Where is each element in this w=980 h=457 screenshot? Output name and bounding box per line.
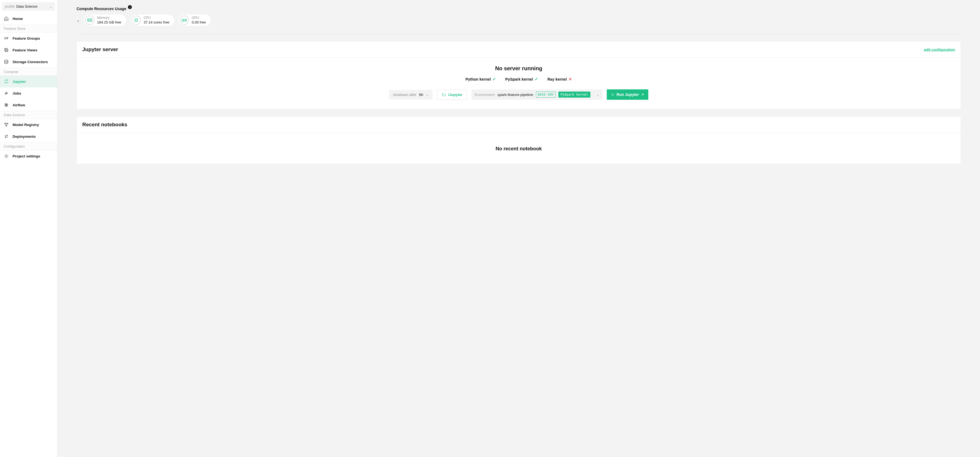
sidebar-item-label: Home [13, 17, 23, 21]
sidebar-section-configuration: Configuration [0, 143, 57, 150]
main-content: Compute Resources Usage i ⌄ Memory 164.2… [57, 0, 980, 457]
resource-label: Memory [97, 16, 121, 20]
sidebar-item-feature-groups[interactable]: Feature Groups [0, 33, 57, 44]
shutdown-after-dropdown[interactable]: shutdown after 6h ⌄ [389, 90, 432, 100]
chevron-down-icon[interactable]: ⌄ [76, 18, 80, 22]
svg-point-11 [183, 20, 184, 21]
resource-memory: Memory 164.25 GB free [84, 14, 126, 26]
svg-rect-1 [5, 48, 7, 51]
recent-title: Recent notebooks [82, 122, 127, 128]
env-badge-base: BASE-ENV [536, 92, 555, 98]
environment-selector[interactable]: Environment spark-feature-pipeline BASE-… [471, 89, 602, 100]
wrench-icon [4, 91, 9, 96]
kernel-pyspark: PySpark kernel ✓ [505, 76, 538, 82]
kernel-label: PySpark kernel [505, 77, 533, 81]
x-icon: ✕ [568, 77, 572, 82]
sidebar-section-data-science: Data Science [0, 111, 57, 119]
env-label: Environment [475, 93, 495, 97]
sidebar-item-airflow[interactable]: Airflow [0, 99, 57, 111]
jupyter-controls: shutdown after 6h ⌄ /Jupyter Environment… [389, 89, 648, 100]
jupyter-status: No server running [495, 65, 542, 71]
chevron-down-icon: ⌄ [426, 93, 429, 97]
gpu-icon [180, 16, 189, 25]
chevron-down-icon: ⌄ [597, 93, 599, 97]
svg-rect-9 [135, 19, 137, 21]
sidebar-item-home[interactable]: Home [0, 13, 57, 25]
sidebar-item-project-settings[interactable]: Project settings [0, 150, 57, 162]
kernel-ray: Ray kernel ✕ [547, 76, 572, 82]
svg-rect-2 [5, 49, 8, 52]
sidebar-item-label: Feature Views [13, 48, 37, 52]
resource-cpu: CPU 37.14 cores free [130, 14, 175, 26]
sidebar-item-label: Deployments [13, 135, 36, 138]
folder-icon [442, 93, 446, 97]
sidebar-section-compute: Compute [0, 68, 57, 76]
sidebar-item-label: Airflow [13, 103, 25, 107]
sidebar-item-label: Jobs [13, 91, 21, 95]
resource-label: GPU [192, 16, 205, 20]
refresh-icon [4, 79, 9, 84]
gear-icon [4, 154, 9, 159]
sidebar-item-jupyter[interactable]: Jupyter [0, 76, 57, 87]
edit-configuration-link[interactable]: edit configuration [924, 48, 955, 52]
check-icon: ✓ [535, 76, 538, 82]
sidebar-item-label: Feature Groups [13, 36, 40, 40]
sidebar-item-storage-connectors[interactable]: Storage Connectors [0, 56, 57, 68]
svg-rect-8 [88, 19, 92, 21]
sidebar-item-label: Jupyter [13, 79, 26, 84]
run-jupyter-button[interactable]: Run Jupyter ↗ [607, 89, 648, 100]
play-icon [611, 93, 614, 96]
sidebar-section-feature-store: Feature Store [0, 25, 57, 33]
jupyter-card: Jupyter server edit configuration No ser… [76, 41, 961, 109]
sidebar-item-jobs[interactable]: Jobs [0, 87, 57, 99]
recent-notebooks-card: Recent notebooks No recent notebook [76, 116, 961, 164]
env-badge-kernel: PySpark kernel [558, 92, 590, 98]
home-icon [4, 16, 9, 21]
kernel-python: Python kernel ✓ [465, 76, 496, 82]
sidebar-item-deployments[interactable]: Deployments [0, 131, 57, 143]
jupyter-card-header: Jupyter server edit configuration [77, 41, 961, 58]
external-icon: ↗ [641, 93, 644, 97]
database-icon [4, 59, 9, 64]
env-name: spark-feature-pipeline [497, 93, 533, 97]
svg-point-3 [5, 60, 8, 61]
kernel-label: Python kernel [465, 77, 491, 81]
jupyter-card-body: No server running Python kernel ✓ PySpar… [77, 58, 961, 109]
recent-header: Recent notebooks [77, 117, 961, 133]
sidebar-item-label: Storage Connectors [13, 60, 48, 64]
kernel-status-row: Python kernel ✓ PySpark kernel ✓ Ray ker… [465, 76, 572, 82]
resource-gpu: GPU 0.00 free [178, 14, 211, 26]
cpu-icon [132, 16, 141, 25]
sidebar-item-feature-views[interactable]: Feature Views [0, 44, 57, 56]
recent-body: No recent notebook [77, 133, 961, 164]
chevron-down-icon: ⌄ [49, 5, 52, 8]
jupyter-folder-button[interactable]: /Jupyter [437, 90, 467, 100]
profile-label: profile [5, 5, 14, 8]
resource-label: CPU [143, 16, 169, 20]
memory-icon [85, 16, 94, 25]
info-icon[interactable]: i [128, 5, 132, 9]
svg-point-12 [185, 20, 186, 21]
resource-value: 164.25 GB free [97, 20, 121, 25]
sidebar-item-label: Model Registry [13, 123, 39, 127]
sidebar-item-label: Project settings [13, 154, 40, 158]
resource-value: 37.14 cores free [143, 20, 169, 25]
sidebar-item-model-registry[interactable]: Model Registry [0, 119, 57, 131]
folder-path: /Jupyter [448, 93, 463, 97]
pinwheel-icon [4, 103, 9, 108]
swap-icon [4, 134, 9, 139]
resource-value: 0.00 free [192, 20, 205, 25]
svg-point-0 [5, 37, 6, 39]
shapes-icon [4, 36, 9, 41]
svg-point-7 [6, 156, 7, 157]
dropdown-label: shutdown after [393, 93, 416, 97]
dropdown-value: 6h [419, 93, 423, 97]
resources-title: Compute Resources Usage [76, 6, 126, 11]
copy-icon [4, 48, 9, 52]
jupyter-title: Jupyter server [82, 46, 118, 52]
recent-empty-message: No recent notebook [82, 141, 955, 154]
resources-title-row: Compute Resources Usage i [76, 6, 961, 11]
sidebar: profile Data Science ⌄ Home Feature Stor… [0, 0, 57, 457]
profile-selector[interactable]: profile Data Science ⌄ [2, 2, 55, 11]
profile-value: Data Science [16, 5, 48, 8]
